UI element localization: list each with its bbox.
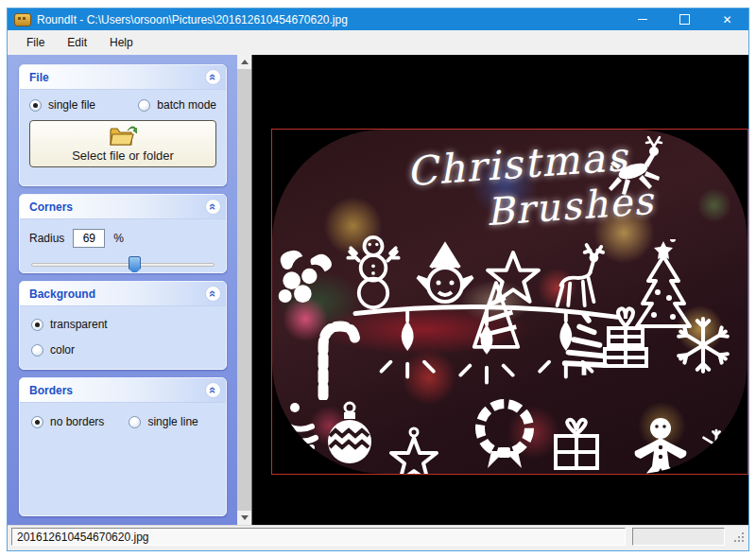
gift-box-icon	[548, 417, 605, 474]
borders-panel-header: Borders «	[20, 378, 226, 403]
status-bar: 201612610454670620.jpg	[8, 525, 748, 548]
no-borders-option[interactable]: no borders	[31, 415, 104, 428]
background-panel-title: Background	[29, 287, 95, 301]
arrow-up-icon	[241, 60, 249, 64]
batch-mode-radio[interactable]	[138, 99, 150, 112]
holly-icon	[274, 243, 340, 309]
color-label: color	[50, 343, 75, 357]
no-borders-radio[interactable]	[31, 416, 43, 428]
bauble-icon	[323, 394, 376, 466]
corners-collapse-button[interactable]: «	[205, 199, 221, 215]
select-file-button[interactable]: Select file or folder	[29, 120, 216, 167]
single-file-radio[interactable]	[29, 99, 42, 112]
single-file-option[interactable]: single file	[29, 98, 95, 112]
corners-panel-title: Corners	[29, 200, 73, 214]
star-ornament-icon	[386, 426, 442, 474]
candy-cane-icon	[314, 319, 363, 400]
scroll-down-button[interactable]	[237, 511, 251, 525]
borders-panel: Borders « no borders single line	[19, 377, 227, 516]
borders-panel-title: Borders	[29, 384, 73, 397]
single-line-radio[interactable]	[129, 416, 141, 428]
image-preview-area[interactable]: Christmas Brushes	[251, 55, 748, 525]
radius-slider-thumb[interactable]	[129, 256, 141, 273]
status-filename: 201612610454670620.jpg	[11, 528, 626, 546]
single-file-label: single file	[48, 98, 95, 112]
borders-collapse-button[interactable]: «	[205, 382, 221, 398]
maximize-button[interactable]	[663, 9, 706, 30]
main-area: File « single file batch mode	[8, 55, 748, 525]
resize-grip-icon[interactable]	[733, 531, 745, 543]
settings-sidebar: File « single file batch mode	[8, 55, 237, 525]
chevron-up-icon: «	[207, 203, 219, 210]
screenshot-stage: RoundIt - C:\Users\orsoon\Pictures\20161…	[0, 0, 756, 557]
background-panel: Background « transparent color	[19, 281, 227, 370]
scrollbar-track[interactable]	[237, 69, 251, 511]
select-file-button-label: Select file or folder	[72, 148, 174, 163]
rounded-image: Christmas Brushes	[272, 130, 747, 474]
background-panel-body: transparent color	[20, 306, 226, 370]
single-line-label: single line	[147, 415, 198, 428]
snowflake-small-icon	[699, 428, 733, 462]
app-icon	[14, 13, 31, 26]
file-panel-body: single file batch mode	[20, 90, 226, 179]
radius-slider-track[interactable]	[31, 263, 215, 267]
background-panel-header: Background «	[20, 282, 226, 306]
leaping-deer-icon	[605, 135, 665, 203]
window-bottom-border	[8, 548, 748, 550]
file-panel: File « single file batch mode	[19, 64, 227, 186]
chevron-up-icon: «	[207, 387, 219, 393]
radius-label: Radius	[29, 232, 64, 245]
app-window: RoundIt - C:\Users\orsoon\Pictures\20161…	[7, 8, 749, 551]
transparent-label: transparent	[50, 318, 108, 331]
color-radio[interactable]	[31, 344, 43, 357]
cone-tree-icon	[469, 279, 524, 353]
file-panel-title: File	[29, 71, 49, 84]
menu-bar: File Edit Help	[8, 30, 748, 55]
minimize-button[interactable]	[621, 9, 663, 30]
menu-edit[interactable]: Edit	[56, 36, 98, 49]
batch-mode-label: batch mode	[157, 98, 216, 112]
menu-file[interactable]: File	[15, 36, 56, 49]
open-folder-icon	[109, 125, 137, 148]
window-controls: ✕	[621, 9, 748, 30]
minimize-icon	[638, 19, 647, 20]
gingerbread-man-icon	[631, 415, 690, 474]
radius-unit-label: %	[113, 232, 124, 245]
single-line-option[interactable]: single line	[129, 415, 198, 428]
scroll-up-button[interactable]	[237, 55, 251, 69]
corners-panel: Corners « Radius %	[19, 194, 227, 273]
chevron-up-icon: «	[207, 290, 219, 297]
gift-stack-icon	[599, 304, 652, 374]
close-icon: ✕	[722, 13, 731, 26]
image-bounds-rect: Christmas Brushes	[271, 129, 748, 475]
spinner-ornament-icon	[274, 400, 323, 461]
background-collapse-button[interactable]: «	[205, 286, 221, 302]
chevron-up-icon: «	[207, 74, 219, 80]
radius-input[interactable]	[73, 229, 105, 248]
borders-panel-body: no borders single line	[20, 403, 226, 505]
title-bar[interactable]: RoundIt - C:\Users\orsoon\Pictures\20161…	[8, 9, 748, 30]
file-panel-header: File «	[20, 65, 226, 90]
arrow-down-icon	[241, 515, 249, 520]
corners-panel-body: Radius %	[20, 219, 226, 273]
maximize-icon	[679, 14, 690, 25]
menu-help[interactable]: Help	[98, 36, 145, 49]
transparent-option[interactable]: transparent	[31, 318, 215, 331]
corners-panel-header: Corners «	[20, 195, 226, 219]
batch-mode-option[interactable]: batch mode	[138, 98, 216, 112]
file-collapse-button[interactable]: «	[205, 69, 221, 85]
window-title: RoundIt - C:\Users\orsoon\Pictures\20161…	[37, 13, 348, 26]
wreath-icon	[467, 392, 542, 474]
color-option[interactable]: color	[31, 343, 215, 357]
status-secondary	[632, 528, 725, 546]
transparent-radio[interactable]	[31, 319, 43, 331]
no-borders-label: no borders	[50, 415, 104, 428]
sidebar-scrollbar[interactable]	[237, 55, 251, 525]
snowflake-large-icon	[673, 315, 733, 375]
close-button[interactable]: ✕	[706, 9, 748, 30]
radius-slider[interactable]	[29, 255, 216, 273]
